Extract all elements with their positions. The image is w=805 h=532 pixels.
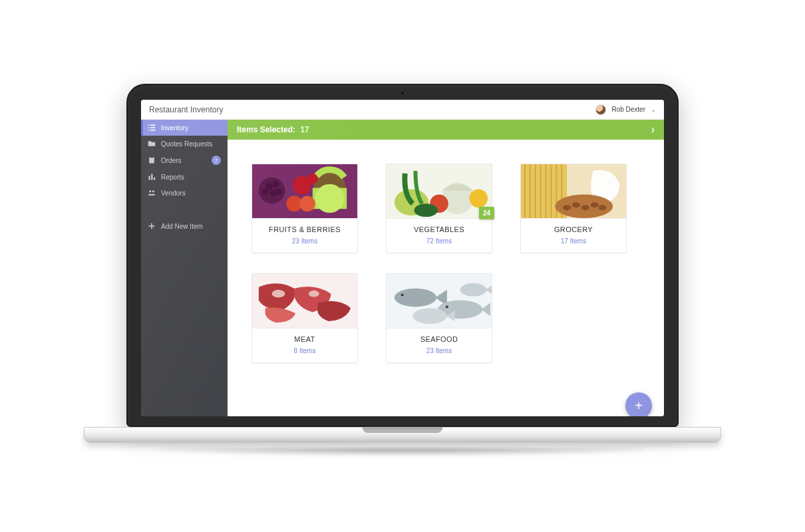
bar-chart-icon (148, 173, 156, 181)
svg-rect-7 (150, 156, 154, 158)
sidebar: Inventory Quotes Requests (141, 120, 228, 416)
sidebar-item-vendors[interactable]: Vendors (141, 185, 228, 201)
sidebar-add-new-item[interactable]: Add New Item (141, 218, 228, 234)
plus-icon: + (635, 398, 643, 414)
category-name: GROCERY (525, 225, 622, 233)
svg-point-24 (315, 184, 344, 213)
category-card-vegetables[interactable]: 24 VEGETABLES 72 Items (386, 164, 492, 253)
svg-rect-10 (154, 178, 155, 180)
svg-point-34 (414, 203, 438, 217)
chevron-down-icon: ⌄ (651, 106, 656, 113)
svg-rect-9 (151, 174, 152, 180)
category-name: MEAT (256, 335, 353, 343)
avatar (595, 104, 606, 115)
category-grid: FRUITS & BERRIES 23 Items (251, 164, 640, 363)
category-card-fruits[interactable]: FRUITS & BERRIES 23 Items (251, 164, 358, 253)
svg-point-55 (395, 289, 436, 307)
category-card-grocery[interactable]: GROCERY 17 Items (520, 164, 627, 253)
user-name: Rob Dexter (611, 106, 645, 113)
sidebar-item-label: Vendors (161, 190, 221, 197)
selected-badge: 24 (479, 207, 494, 219)
sidebar-item-inventory[interactable]: Inventory (141, 120, 228, 136)
user-menu[interactable]: Rob Dexter ⌄ (595, 104, 656, 115)
svg-point-26 (307, 174, 318, 184)
content-area: Items Selected: 17 › (228, 120, 664, 416)
category-count: 17 Items (525, 237, 622, 245)
svg-rect-4 (148, 130, 150, 131)
svg-point-17 (266, 184, 273, 190)
svg-point-57 (401, 294, 404, 297)
category-count: 8 Items (256, 347, 353, 354)
plus-icon (148, 222, 156, 230)
svg-rect-2 (148, 127, 150, 128)
svg-point-18 (273, 181, 279, 188)
selection-bar: Items Selected: 17 › (228, 120, 664, 140)
svg-point-49 (591, 202, 599, 207)
selection-count: 17 (300, 125, 309, 134)
category-thumb (387, 164, 492, 219)
sidebar-item-quotes[interactable]: Quotes Requests (141, 136, 228, 152)
category-count: 23 Items (256, 237, 353, 245)
svg-point-33 (469, 190, 488, 208)
sidebar-item-orders[interactable]: Orders 7 (141, 152, 228, 169)
sidebar-item-reports[interactable]: Reports (141, 169, 228, 185)
category-count: 23 Items (391, 347, 488, 354)
svg-point-46 (563, 205, 571, 210)
sidebar-item-label: Inventory (161, 124, 221, 132)
fab-add-button[interactable]: + (625, 392, 652, 416)
svg-rect-0 (148, 125, 150, 126)
category-thumb (252, 274, 357, 329)
category-count: 72 Items (391, 237, 488, 245)
svg-rect-6 (149, 158, 154, 164)
clipboard-icon (148, 156, 156, 164)
svg-rect-8 (149, 176, 150, 180)
svg-point-48 (581, 205, 589, 210)
svg-rect-14 (149, 225, 155, 227)
category-thumb (387, 274, 492, 329)
svg-point-11 (149, 190, 151, 192)
svg-point-50 (599, 205, 607, 210)
group-icon (148, 189, 156, 197)
svg-point-53 (309, 291, 319, 297)
page-title: Restaurant Inventory (149, 105, 223, 114)
orders-badge: 7 (212, 156, 221, 165)
category-thumb (521, 164, 626, 219)
sidebar-item-label: Orders (161, 157, 206, 164)
svg-point-47 (572, 202, 580, 207)
camera-dot (401, 92, 404, 94)
category-name: FRUITS & BERRIES (256, 225, 353, 233)
svg-point-28 (299, 196, 315, 211)
svg-point-19 (262, 189, 269, 196)
topbar: Restaurant Inventory Rob Dexter ⌄ (141, 100, 664, 120)
svg-point-61 (412, 308, 446, 324)
selection-label: Items Selected: (237, 125, 295, 134)
svg-point-60 (446, 305, 448, 308)
laptop-mockup: Restaurant Inventory Rob Dexter ⌄ (126, 84, 679, 448)
svg-rect-1 (150, 125, 156, 126)
category-card-seafood[interactable]: SEAFOOD 23 Items (386, 273, 492, 363)
sidebar-item-label: Quotes Requests (161, 140, 221, 148)
category-name: SEAFOOD (391, 335, 488, 343)
sidebar-item-label: Reports (161, 174, 221, 181)
folder-icon (148, 140, 156, 148)
svg-rect-3 (150, 127, 156, 128)
svg-rect-5 (150, 130, 156, 131)
svg-point-52 (272, 290, 285, 298)
app-frame: Restaurant Inventory Rob Dexter ⌄ (141, 100, 664, 416)
chevron-right-icon[interactable]: › (651, 124, 655, 136)
category-thumb (252, 164, 357, 219)
category-name: VEGETABLES (391, 225, 488, 233)
svg-point-21 (275, 189, 282, 196)
svg-point-63 (460, 283, 487, 297)
svg-point-12 (152, 190, 154, 192)
sidebar-item-label: Add New Item (161, 223, 221, 230)
category-card-meat[interactable]: MEAT 8 Items (251, 273, 358, 363)
list-icon (148, 124, 156, 132)
